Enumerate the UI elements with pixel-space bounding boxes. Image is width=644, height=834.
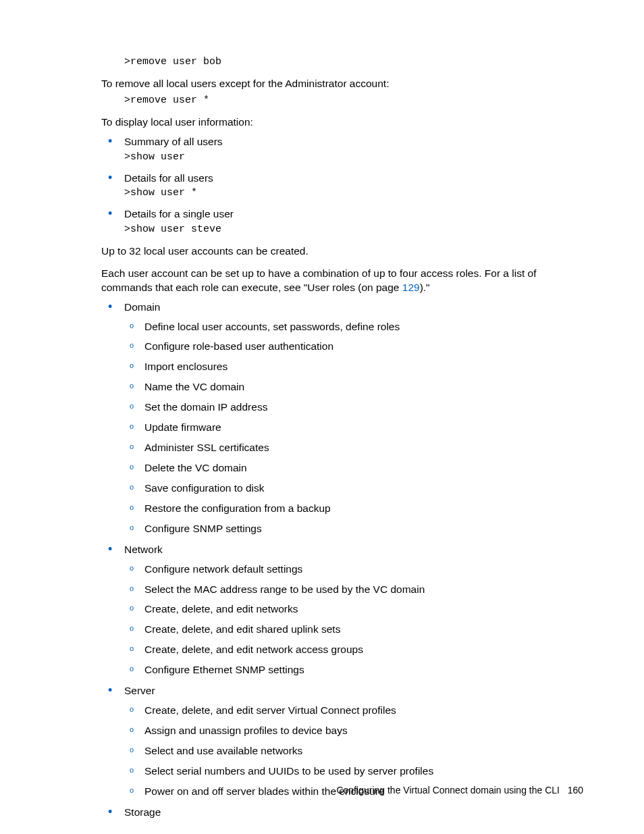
role-name: Network — [124, 544, 163, 555]
page-link[interactable]: 129 — [402, 282, 420, 293]
role-item-domain: Domain Define local user accounts, set p… — [101, 301, 583, 536]
sub-item: Configure SNMP settings — [124, 522, 583, 536]
code-line: >remove user * — [124, 94, 583, 107]
list-text: Details for all users — [124, 172, 213, 184]
sub-item: Configure Ethernet SNMP settings — [124, 663, 583, 677]
sub-item: Set the domain IP address — [124, 400, 583, 415]
sub-item: Restore the configuration from a backup — [124, 502, 583, 516]
text-fragment: )." — [420, 282, 430, 293]
sub-item: Create, delete, and edit shared uplink s… — [124, 623, 583, 637]
paragraph: To display local user information: — [101, 115, 583, 130]
sub-item: Configure role-based user authentication — [124, 340, 583, 354]
role-name: Domain — [124, 301, 160, 313]
code-line: >show user * — [124, 186, 583, 200]
list-item: Details for all users >show user * — [101, 172, 583, 201]
sub-item: Select serial numbers and UUIDs to be us… — [124, 764, 583, 779]
code-line: >remove user bob — [124, 55, 583, 69]
role-name: Storage — [124, 806, 161, 818]
role-item-network: Network Configure network default settin… — [101, 543, 583, 677]
roles-list: Domain Define local user accounts, set p… — [101, 301, 583, 820]
role-item-server: Server Create, delete, and edit server V… — [101, 684, 583, 799]
role-name: Server — [124, 685, 155, 696]
sub-item: Name the VC domain — [124, 380, 583, 394]
sub-item: Update firmware — [124, 421, 583, 435]
sub-item: Select the MAC address range to be used … — [124, 583, 583, 597]
role-item-storage: Storage — [101, 806, 583, 820]
sub-item: Create, delete, and edit network access … — [124, 643, 583, 657]
list-text: Details for a single user — [124, 208, 234, 219]
sub-item: Save configuration to disk — [124, 481, 583, 496]
sub-item: Define local user accounts, set password… — [124, 320, 583, 334]
page-number: 160 — [568, 785, 583, 796]
list-text: Summary of all users — [124, 136, 223, 147]
paragraph: Each user account can be set up to have … — [101, 267, 583, 295]
text-fragment: Each user account can be set up to have … — [101, 267, 536, 293]
sub-item: Administer SSL certificates — [124, 441, 583, 455]
code-line: >show user steve — [124, 223, 583, 236]
sub-item: Configure network default settings — [124, 563, 583, 577]
page-content: >remove user bob To remove all local use… — [0, 0, 644, 834]
sub-item: Select and use available networks — [124, 744, 583, 758]
sub-item: Delete the VC domain — [124, 461, 583, 475]
paragraph: To remove all local users except for the… — [101, 77, 583, 91]
sub-item: Import enclosures — [124, 360, 583, 374]
list-item: Details for a single user >show user ste… — [101, 207, 583, 236]
role-sublist: Configure network default settings Selec… — [124, 563, 583, 678]
list-item: Summary of all users >show user — [101, 135, 583, 164]
display-info-list: Summary of all users >show user Details … — [101, 135, 583, 236]
sub-item: Create, delete, and edit networks — [124, 602, 583, 617]
paragraph: Up to 32 local user accounts can be crea… — [101, 244, 583, 259]
sub-item: Assign and unassign profiles to device b… — [124, 724, 583, 738]
sub-item: Create, delete, and edit server Virtual … — [124, 704, 583, 718]
page-footer: Configuring the Virtual Connect domain u… — [336, 784, 583, 797]
role-sublist: Define local user accounts, set password… — [124, 320, 583, 536]
footer-text: Configuring the Virtual Connect domain u… — [336, 785, 560, 796]
code-line: >show user — [124, 151, 583, 164]
